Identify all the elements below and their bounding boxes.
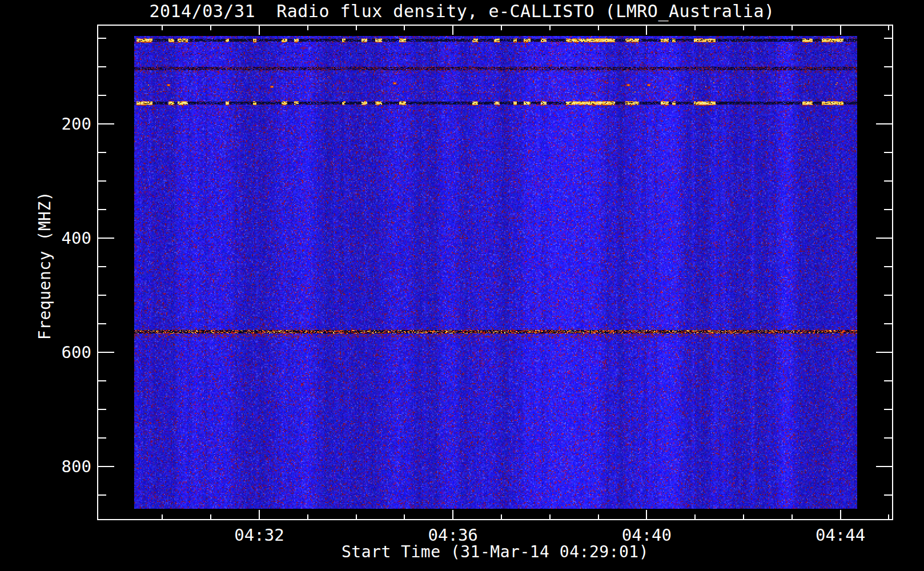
y-minor-tick-left <box>98 494 106 496</box>
x-major-tick-top <box>452 26 453 35</box>
y-minor-tick-right <box>884 180 892 182</box>
y-minor-tick-right <box>884 380 892 381</box>
y-minor-tick-left <box>98 95 106 96</box>
y-major-tick-right <box>876 352 892 353</box>
y-minor-tick-left <box>98 180 106 182</box>
y-tick-label: 400 <box>32 228 91 248</box>
x-minor-tick-bottom <box>888 514 889 519</box>
x-minor-tick-bottom <box>598 514 599 519</box>
x-minor-tick-bottom <box>743 514 744 519</box>
y-minor-tick-right <box>884 437 892 439</box>
x-major-tick-top <box>646 26 647 35</box>
x-minor-tick-top <box>210 26 211 30</box>
x-tick-label: 04:40 <box>601 525 692 545</box>
y-major-tick-left <box>98 352 114 353</box>
plot-frame <box>97 25 893 520</box>
x-tick-label: 04:36 <box>407 525 499 545</box>
y-minor-tick-left <box>98 409 106 410</box>
y-minor-tick-right <box>884 38 892 39</box>
x-minor-tick-bottom <box>404 514 405 519</box>
y-minor-tick-right <box>884 209 892 210</box>
y-minor-tick-left <box>98 437 106 439</box>
x-minor-tick-bottom <box>210 514 211 519</box>
chart-title: 2014/03/31 Radio flux density, e-CALLIST… <box>64 1 860 21</box>
y-tick-label: 600 <box>32 343 91 362</box>
x-minor-tick-top <box>162 26 163 30</box>
x-minor-tick-bottom <box>792 514 793 519</box>
x-major-tick-top <box>259 26 260 35</box>
y-tick-label: 800 <box>32 457 91 476</box>
y-minor-tick-left <box>98 380 106 381</box>
y-major-tick-right <box>876 466 892 467</box>
y-major-tick-right <box>876 123 892 124</box>
y-minor-tick-right <box>884 266 892 267</box>
x-minor-tick-top <box>743 26 744 30</box>
y-minor-tick-right <box>884 66 892 67</box>
y-minor-tick-left <box>98 295 106 296</box>
x-major-tick-top <box>840 26 841 35</box>
x-axis-title: Start Time (31-Mar-14 04:29:01) <box>97 542 893 561</box>
x-tick-label: 04:32 <box>214 525 305 545</box>
y-minor-tick-left <box>98 66 106 67</box>
x-minor-tick-top <box>501 26 502 30</box>
x-minor-tick-bottom <box>162 514 163 519</box>
y-minor-tick-left <box>98 266 106 267</box>
y-tick-label: 200 <box>32 114 91 134</box>
x-major-tick-bottom <box>452 510 453 519</box>
x-minor-tick-bottom <box>501 514 502 519</box>
x-tick-label: 04:44 <box>795 525 886 545</box>
y-minor-tick-right <box>884 494 892 496</box>
x-minor-tick-bottom <box>356 514 357 519</box>
y-major-tick-right <box>876 238 892 239</box>
x-minor-tick-top <box>598 26 599 30</box>
y-minor-tick-right <box>884 323 892 324</box>
x-minor-tick-top <box>307 26 308 30</box>
x-minor-tick-top <box>694 26 696 30</box>
x-major-tick-bottom <box>259 510 260 519</box>
y-minor-tick-left <box>98 209 106 210</box>
x-minor-tick-top <box>792 26 793 30</box>
x-major-tick-bottom <box>646 510 647 519</box>
y-minor-tick-left <box>98 38 106 39</box>
x-minor-tick-bottom <box>694 514 696 519</box>
y-minor-tick-right <box>884 295 892 296</box>
x-minor-tick-bottom <box>307 514 308 519</box>
spectrogram-screenshot: 2014/03/31 Radio flux density, e-CALLIST… <box>0 0 924 571</box>
y-minor-tick-right <box>884 409 892 410</box>
y-major-tick-left <box>98 466 114 467</box>
x-minor-tick-top <box>888 26 889 30</box>
x-minor-tick-top <box>356 26 357 30</box>
y-minor-tick-right <box>884 95 892 96</box>
y-minor-tick-left <box>98 323 106 324</box>
y-major-tick-left <box>98 123 114 124</box>
y-axis-title: Frequency (MHZ) <box>35 174 54 357</box>
y-minor-tick-left <box>98 152 106 153</box>
x-minor-tick-top <box>404 26 405 30</box>
x-minor-tick-top <box>549 26 551 30</box>
y-major-tick-left <box>98 238 114 239</box>
x-major-tick-bottom <box>840 510 841 519</box>
x-minor-tick-bottom <box>549 514 551 519</box>
y-minor-tick-right <box>884 152 892 153</box>
